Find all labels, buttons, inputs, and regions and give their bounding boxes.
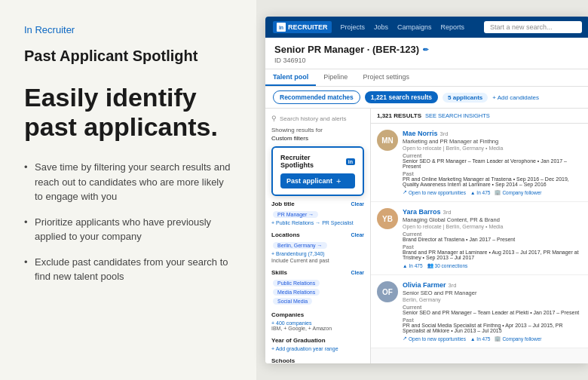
tab-bar: Talent pool Pipeline Project settings — [265, 69, 588, 87]
applicants-badge[interactable]: 5 applicants — [443, 93, 488, 103]
headline-line2: past applicants. — [24, 112, 218, 141]
location-plus[interactable]: + Brandenburg (7,340) — [271, 251, 364, 256]
filters-panel: ⚲ Search history and alerts Showing resu… — [265, 109, 371, 363]
candidate-headline-2: Senior SEO and PR Manager — [403, 290, 583, 296]
add-candidates-link[interactable]: + Add candidates — [492, 94, 539, 101]
spotlight-popup: Recruiter Spotlights in Past applicant + — [271, 146, 364, 196]
candidate-name-row-1: Yara Barros 3rd — [403, 208, 583, 216]
candidate-name-1[interactable]: Yara Barros — [403, 208, 441, 216]
custom-filters-label: Custom filters — [271, 135, 308, 142]
headline-line1: Easily identify — [24, 83, 197, 112]
job-title-filter-header: Job title Clear — [271, 201, 364, 207]
insight-1-0: ▲ In 475 — [403, 262, 423, 268]
tab-project-settings[interactable]: Project settings — [355, 69, 417, 86]
bullet-1: Save time by filtering your search resul… — [24, 160, 232, 204]
search-results-button[interactable]: 1,221 search results — [365, 91, 438, 103]
year-filter: Year of Graduation + Add graduation year… — [271, 337, 364, 351]
current-label-1: Current — [403, 231, 583, 237]
candidate-card-0: MN Mae Norris 3rd Marketing and PR Manag… — [371, 124, 588, 202]
job-title-tag[interactable]: PR Manager → — [273, 211, 318, 218]
page-title: Past Applicant Spotlight — [24, 48, 232, 65]
skills-filter-header: Skills Clear — [271, 269, 364, 276]
nav-projects[interactable]: Projects — [341, 23, 366, 31]
past-label-2: Past — [403, 317, 583, 323]
skill-tag-0[interactable]: Public Relations — [273, 280, 320, 287]
bullet-2: Prioritize applicants who have previousl… — [24, 215, 232, 244]
candidate-degree-0: 3rd — [440, 130, 449, 137]
plus-icon: + — [336, 176, 341, 185]
result-count: 1,321 RESULTS — [377, 112, 421, 119]
location-include: Include Current and past — [271, 258, 364, 263]
right-panel: in RECRUITER Projects Jobs Campaigns Rep… — [256, 0, 588, 380]
candidate-name-row-0: Mae Norris 3rd — [403, 130, 583, 137]
headline: Easily identify past applicants. — [24, 83, 232, 142]
locations-clear[interactable]: Clear — [351, 232, 364, 238]
candidate-degree-2: 3rd — [449, 282, 457, 289]
see-insights-link[interactable]: SEE SEARCH INSIGHTS — [425, 112, 490, 119]
skill-tag-1[interactable]: Media Relations — [273, 289, 320, 296]
nav-left: in RECRUITER Projects Jobs Campaigns Rep… — [273, 21, 464, 33]
schools-filter: Schools — [271, 357, 364, 363]
top-search-bar[interactable]: Start a new search... — [484, 21, 582, 33]
nav-campaigns[interactable]: Campaigns — [397, 23, 432, 31]
bullet-3: Exclude past candidates from your search… — [24, 255, 232, 284]
locations-filter-header: Locations Clear — [271, 231, 364, 238]
candidate-name-row-2: Olivia Farmer 3rd — [403, 281, 583, 289]
top-nav-bar: in RECRUITER Projects Jobs Campaigns Rep… — [265, 17, 588, 38]
job-title-filter: Job title Clear PR Manager → + Public Re… — [271, 201, 364, 225]
insights-row-2: ↗ Open to new opportunities ▲ In 475 🏢 C… — [403, 336, 583, 342]
nav-reports[interactable]: Reports — [441, 23, 465, 31]
current-role-2: Senior SEO and PR Manager – Team Leader … — [403, 310, 583, 315]
candidate-info-1: Yara Barros 3rd Managing Global Content,… — [403, 208, 583, 268]
insight-follower-0: 🏢 Company follower — [495, 189, 541, 195]
past-applicant-option[interactable]: Past applicant + — [280, 173, 355, 188]
candidate-card-1: YB Yara Barros 3rd Managing Global Conte… — [371, 202, 588, 275]
job-header: Senior PR Manager · (BER-123) ✏ ID 34691… — [265, 38, 588, 69]
linkedin-badge-icon: in — [346, 158, 355, 165]
history-search: ⚲ Search history and alerts — [271, 115, 364, 122]
companies-filter: Companies + 400 companies IBM, + Google,… — [271, 311, 364, 331]
avatar-0: MN — [377, 130, 398, 151]
companies-plus[interactable]: + 400 companies — [271, 320, 364, 326]
location-tag[interactable]: Berlin, Germany → — [273, 242, 327, 249]
candidate-location-1: Open to relocate | Berlin, Germany • Med… — [403, 224, 583, 229]
companies-tags: IBM, + Google, + Amazon — [271, 326, 364, 331]
skill-tag-2[interactable]: Social Media — [273, 298, 312, 305]
candidate-name-2[interactable]: Olivia Farmer — [403, 281, 446, 289]
companies-label: Companies — [271, 311, 304, 318]
past-role-2: PR and Social Media Specialist at Finthn… — [403, 323, 583, 333]
job-id: ID 346910 — [274, 57, 580, 64]
nav-jobs[interactable]: Jobs — [374, 23, 388, 31]
feature-list: Save time by filtering your search resul… — [24, 160, 232, 295]
skills-clear[interactable]: Clear — [351, 270, 364, 275]
current-label-0: Current — [403, 153, 583, 158]
spotlight-header: Recruiter Spotlights in — [280, 154, 355, 169]
past-label-1: Past — [403, 244, 583, 250]
job-title-clear[interactable]: Clear — [351, 201, 364, 207]
main-content: ⚲ Search history and alerts Showing resu… — [265, 109, 588, 363]
job-title: Senior PR Manager · (BER-123) ✏ — [274, 44, 580, 55]
year-plus[interactable]: + Add graduation year range — [271, 346, 364, 351]
search-icon: ⚲ — [271, 115, 277, 122]
candidate-headline-0: Marketing and PR Manager at Finthng — [403, 138, 583, 145]
linkedin-icon: in — [277, 23, 286, 32]
job-title-label: Job title — [271, 201, 295, 207]
candidate-degree-1: 3rd — [443, 209, 452, 216]
avatar-1: YB — [377, 208, 398, 229]
past-label-0: Past — [403, 171, 583, 176]
edit-icon[interactable]: ✏ — [423, 46, 429, 54]
candidate-headline-1: Managing Global Content, PR & Brand — [403, 216, 583, 223]
recommended-matches-button[interactable]: Recommended matches — [273, 90, 360, 104]
tab-pipeline[interactable]: Pipeline — [316, 69, 355, 86]
results-header: 1,321 RESULTS SEE SEARCH INSIGHTS — [371, 109, 588, 124]
current-label-2: Current — [403, 305, 583, 310]
tab-talent-pool[interactable]: Talent pool — [265, 69, 316, 86]
past-role-1: Brand and PR Manager at Laminare • Aug 2… — [403, 250, 583, 260]
insight-1-1: 👥 30 connections — [427, 262, 468, 268]
candidate-name-0[interactable]: Mae Norris — [403, 130, 438, 137]
action-bar: Recommended matches 1,221 search results… — [265, 87, 588, 109]
insight-opportunities-0: ↗ Open to new opportunities — [403, 189, 466, 195]
job-title-plus[interactable]: + Public Relations → PR Specialist — [271, 220, 364, 225]
candidate-location-2: Berlin, Germany — [403, 297, 583, 302]
breadcrumb[interactable]: In Recruiter — [24, 24, 232, 35]
